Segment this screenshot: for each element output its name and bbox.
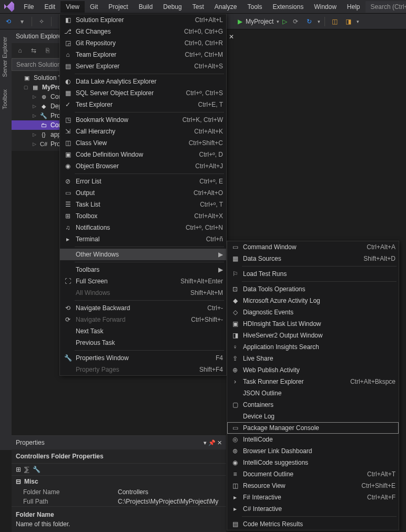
chevron-down-icon[interactable]: ▾	[318, 19, 320, 24]
property-row[interactable]: Folder NameControllers	[12, 487, 226, 497]
menu-item-test-explorer[interactable]: ✓Test ExplorerCtrl+E, T	[60, 99, 226, 110]
menu-item-resource-view[interactable]: ◫Resource ViewCtrl+Shift+E	[227, 480, 399, 492]
expand-icon[interactable]: ▷	[32, 141, 37, 147]
layout-button-1[interactable]: ◫	[329, 16, 340, 27]
menu-file[interactable]: File	[18, 1, 39, 13]
menu-item-hdinsight-task-list-window[interactable]: ▣HDInsight Task List Window	[227, 318, 399, 330]
hot-reload-button[interactable]: ⟳	[290, 16, 301, 27]
menu-item-output[interactable]: ▭OutputCtrl+Alt+O	[60, 187, 226, 199]
menu-item-f-interactive[interactable]: ▸F# InteractiveCtrl+Alt+F	[227, 492, 399, 503]
properties-category[interactable]: ⊟ Misc	[12, 476, 226, 487]
menu-test[interactable]: Test	[187, 1, 209, 13]
start-no-debug-button[interactable]: ▷	[282, 18, 287, 25]
menu-item-package-manager-console[interactable]: ▭Package Manager Console	[227, 422, 399, 434]
menu-item-navigate-backward[interactable]: ⟲Navigate BackwardCtrl+-	[60, 302, 226, 314]
new-project-button[interactable]: ✧	[36, 16, 47, 27]
menu-item-object-browser[interactable]: ◉Object BrowserCtrl+Alt+J	[60, 160, 226, 172]
back-nav-button[interactable]: ⟲	[3, 16, 14, 27]
start-target-label[interactable]: MyProject	[246, 18, 273, 25]
menu-item-bookmark-window[interactable]: ◳Bookmark WindowCtrl+K, Ctrl+W	[60, 114, 226, 126]
document-close-icon[interactable]: ✕	[226, 32, 237, 42]
menu-item-intellicode-suggestions[interactable]: ◉IntelliCode suggestions	[227, 457, 399, 468]
menu-item-task-runner-explorer[interactable]: ›Task Runner ExplorerCtrl+Alt+Bkspce	[227, 376, 399, 387]
menu-item-properties-window[interactable]: 🔧Properties WindowF4	[60, 352, 226, 364]
menu-item-code-definition-window[interactable]: ▣Code Definition WindowCtrl+º, D	[60, 149, 226, 160]
menu-item-server-explorer[interactable]: ▤Server ExplorerCtrl+Alt+S	[60, 60, 226, 72]
menu-project[interactable]: Project	[103, 1, 133, 13]
expand-icon[interactable]: ▷	[32, 132, 37, 137]
menu-git[interactable]: Git	[85, 1, 103, 13]
menu-item-c-interactive[interactable]: ▸C# Interactive	[227, 503, 399, 515]
layout-button-2[interactable]: ◨	[343, 16, 353, 27]
menu-item-task-list[interactable]: ☰Task ListCtrl+º, T	[60, 199, 226, 210]
menu-item-browser-link-dashboard[interactable]: ⊛Browser Link Dashboard	[227, 445, 399, 457]
menu-item-full-screen[interactable]: ⛶Full ScreenShift+Alt+Enter	[60, 275, 226, 287]
menu-item-diagnostic-events[interactable]: ◇Diagnostic Events	[227, 306, 399, 318]
categorized-icon[interactable]: ⊞	[16, 466, 21, 473]
chevron-down-icon[interactable]: ▾	[277, 19, 279, 24]
property-row[interactable]: Full PathC:\Projects\MyProject\MyProject…	[12, 497, 226, 506]
menu-item-other-windows[interactable]: Other Windows▶	[60, 249, 226, 260]
menu-item-toolbox[interactable]: ⊞ToolboxCtrl+Alt+X	[60, 210, 226, 222]
expand-icon[interactable]: ▷	[32, 94, 37, 99]
menu-item-error-list[interactable]: ⊘Error ListCtrl+º, E	[60, 176, 226, 187]
menu-edit[interactable]: Edit	[39, 1, 60, 13]
menu-item-class-view[interactable]: ◫Class ViewCtrl+Shift+C	[60, 137, 226, 149]
menu-item-data-tools-operations[interactable]: ⊡Data Tools Operations	[227, 283, 399, 295]
menu-item-intellicode[interactable]: ◎IntelliCode	[227, 434, 399, 445]
menu-item-containers[interactable]: ▢Containers	[227, 399, 399, 411]
menu-item-microsoft-azure-activity-log[interactable]: ◆Microsoft Azure Activity Log	[227, 295, 399, 306]
chevron-down-icon[interactable]: ▾	[357, 19, 359, 24]
menu-item-git-repository[interactable]: ◲Git RepositoryCtrl+0, Ctrl+R	[60, 37, 226, 49]
expand-icon[interactable]: ▷	[32, 104, 37, 109]
menu-tools[interactable]: Tools	[242, 1, 267, 13]
pending-changes-icon[interactable]: ⎘	[42, 45, 53, 56]
menu-item-code-metrics-results[interactable]: ▤Code Metrics Results	[227, 518, 399, 530]
menu-build[interactable]: Build	[134, 1, 158, 13]
menu-item-data-sources[interactable]: ▦Data SourcesShift+Alt+D	[227, 253, 399, 264]
menu-help[interactable]: Help	[342, 1, 366, 13]
menu-item-application-insights-search[interactable]: ♀Application Insights Search	[227, 341, 399, 353]
menu-item-git-changes[interactable]: ⎇Git ChangesCtrl+0, Ctrl+G	[60, 26, 226, 37]
property-pages-icon[interactable]: 🔧	[33, 466, 40, 473]
menu-item-hiveserver2-output-window[interactable]: ◨HiveServer2 Output Window	[227, 330, 399, 341]
menu-item-device-log[interactable]: Device Log	[227, 411, 399, 422]
menu-item-web-publish-activity[interactable]: ⊕Web Publish Activity	[227, 364, 399, 376]
menu-window[interactable]: Window	[309, 1, 342, 13]
menu-item-toolbars[interactable]: Toolbars▶	[60, 264, 226, 275]
menu-item-load-test-runs[interactable]: ⚐Load Test Runs	[227, 268, 399, 280]
menu-item-terminal[interactable]: ▸TerminalCtrl+ñ	[60, 233, 226, 245]
menu-debug[interactable]: Debug	[158, 1, 187, 13]
toolbox-tab[interactable]: Toolbox	[0, 86, 12, 112]
global-search-box[interactable]: Search (Ctrl+Q)	[366, 1, 406, 13]
menu-item-icon: ▭	[229, 243, 241, 251]
menu-item-icon: ▣	[62, 151, 74, 158]
menu-item-live-share[interactable]: ⇪Live Share	[227, 353, 399, 364]
server-explorer-tab[interactable]: Server Explorer	[0, 34, 12, 80]
menu-item-next-task[interactable]: Next Task	[60, 325, 226, 337]
menu-item-team-explorer[interactable]: ⌂Team ExplorerCtrl+º, Ctrl+M	[60, 49, 226, 60]
switch-views-icon[interactable]: ⇆	[28, 45, 39, 56]
menu-item-sql-server-object-explorer[interactable]: ▦SQL Server Object ExplorerCtrl+º, Ctrl+…	[60, 87, 226, 99]
menu-item-label: Microsoft Azure Activity Log	[241, 297, 395, 304]
menu-item-call-hierarchy[interactable]: ⇲Call HierarchyCtrl+Alt+K	[60, 126, 226, 137]
menu-item-notifications[interactable]: ♫NotificationsCtrl+º, Ctrl+N	[60, 222, 226, 233]
home-icon[interactable]: ⌂	[15, 45, 25, 56]
expand-icon[interactable]: ▢	[23, 85, 28, 90]
menu-item-document-outline[interactable]: ≡Document OutlineCtrl+Alt+T	[227, 468, 399, 480]
expand-icon[interactable]: ▷	[32, 113, 37, 118]
alphabetical-icon[interactable]: ⅀	[24, 466, 29, 473]
restart-button[interactable]: ↻	[304, 16, 314, 27]
menu-item-data-lake-analytics-explorer[interactable]: ◐Data Lake Analytics Explorer	[60, 76, 226, 87]
menu-item-json-outline[interactable]: JSON Outline	[227, 387, 399, 399]
menu-item-previous-task[interactable]: Previous Task	[60, 337, 226, 349]
menu-extensions[interactable]: Extensions	[267, 1, 309, 13]
auto-hide-icon[interactable]: ▾ 📌 ✕	[204, 439, 222, 446]
menu-item-solution-explorer[interactable]: ◧Solution ExplorerCtrl+Alt+L	[60, 14, 226, 26]
start-button[interactable]: ▶	[238, 18, 242, 25]
menu-view[interactable]: View	[60, 1, 85, 13]
menu-item-command-window[interactable]: ▭Command WindowCtrl+Alt+A	[227, 241, 399, 253]
menu-analyze[interactable]: Analyze	[209, 1, 242, 13]
menu-item-shortcut: Ctrl+º, D	[194, 151, 223, 158]
menu-item-label: Browser Link Dashboard	[241, 447, 395, 455]
